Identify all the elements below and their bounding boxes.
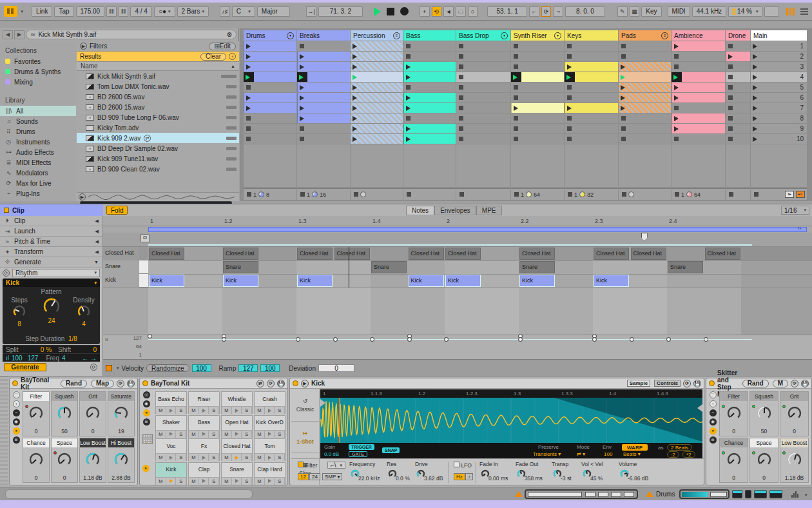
sidebar-item-max-for-live[interactable]: ⟳Max for Live <box>0 178 76 188</box>
device-on-led[interactable] <box>12 380 18 386</box>
clip-play-icon[interactable] <box>246 44 251 49</box>
clip-stop-button[interactable] <box>728 64 733 69</box>
push-warning-icon[interactable] <box>515 491 523 497</box>
clip-stop-button[interactable] <box>674 64 679 69</box>
key-root-menu[interactable]: C▾ <box>232 6 255 17</box>
clip-slot[interactable] <box>672 72 725 82</box>
pad-play-button[interactable] <box>265 478 275 485</box>
param-transp[interactable]: Transp-3 st <box>552 461 580 485</box>
midi-note[interactable]: Closed Hat <box>705 248 740 260</box>
clip-stop-button[interactable] <box>459 137 463 141</box>
macro-knob[interactable] <box>52 405 77 423</box>
side-icon-5[interactable]: ≣ <box>710 436 717 444</box>
preview-play-icon[interactable]: ▶ <box>301 380 309 387</box>
param-drive[interactable]: Drive3.62 dB <box>415 461 446 485</box>
clip-slot[interactable] <box>672 103 725 113</box>
param-volume[interactable]: Volume-6.86 dB <box>619 461 655 485</box>
side-icon-2[interactable]: ● <box>143 409 150 416</box>
macro-knob[interactable] <box>108 405 134 423</box>
clip-stop-button[interactable] <box>459 54 463 59</box>
punch-out-icon[interactable]: ¬ <box>553 6 563 17</box>
clip-slot[interactable] <box>726 62 750 72</box>
macro-squash[interactable]: Squash50 <box>51 391 78 436</box>
pad-mute-button[interactable]: M <box>222 478 232 485</box>
clip-stop-button[interactable] <box>246 116 251 121</box>
velocity-marker[interactable] <box>444 337 449 342</box>
pad-overview-minimap[interactable] <box>142 434 153 444</box>
browser-forward-icon[interactable]: ▶ <box>14 30 24 39</box>
track-header-main[interactable]: Main <box>751 30 807 41</box>
clip-slot[interactable] <box>456 103 510 113</box>
clip-slot[interactable]: 3 <box>751 62 807 72</box>
clip-slot[interactable] <box>351 93 403 103</box>
midi-note[interactable]: Kick <box>223 275 258 287</box>
clip-play-icon[interactable] <box>353 44 357 49</box>
grid-resolution-menu[interactable]: 1/16▾ <box>781 206 809 215</box>
midi-note[interactable]: Closed Hat <box>409 248 444 260</box>
midi-note[interactable]: Snare <box>519 261 555 273</box>
device-display-widget[interactable] <box>679 489 730 499</box>
deviation-field[interactable]: 0 <box>318 364 354 372</box>
instrument-rack-baytonal-title-bar[interactable]: BayTonal KitRandMap⟳💾 <box>10 378 137 389</box>
macro-grit[interactable]: Grit0 <box>79 391 106 436</box>
clip-slot[interactable] <box>565 93 618 103</box>
pad-play-button[interactable] <box>232 407 242 414</box>
sidebar-item-audio-effects[interactable]: ⊶Audio Effects <box>0 147 76 157</box>
pad-solo-button[interactable]: S <box>275 431 285 438</box>
drum-pad-fx[interactable]: FxMS <box>188 438 220 461</box>
side-icon-1[interactable]: ◉ <box>143 400 150 407</box>
pad-play-button[interactable] <box>232 431 242 438</box>
midi-note[interactable]: Closed Hat <box>149 248 184 260</box>
clip-stop-button[interactable] <box>728 116 733 121</box>
clip-stop-button[interactable] <box>459 85 463 90</box>
instrument-rack-skitter-title-bar[interactable]: Skitter and Step Mas...RandM⟳💾 <box>706 378 811 389</box>
lfo-sync-button[interactable]: ♪ <box>465 473 473 480</box>
output-meter-icon[interactable] <box>791 491 798 498</box>
clip-stop-button[interactable] <box>567 126 572 131</box>
beat-ruler[interactable] <box>103 216 812 226</box>
clip-stop-button[interactable] <box>459 95 463 100</box>
drum-pad-shaker[interactable]: ShakerMS <box>155 415 187 438</box>
macro-saturate[interactable]: Saturate19 <box>108 391 135 436</box>
side-icon-5[interactable]: ≣ <box>13 436 20 444</box>
clip-slot[interactable] <box>351 134 403 144</box>
mode-value[interactable]: ⇄ ▾ <box>577 451 585 457</box>
side-icon-3[interactable]: ≣ <box>143 418 150 425</box>
clip-play-icon[interactable] <box>567 106 572 111</box>
session-view-toggle-icon[interactable] <box>786 8 795 15</box>
macro-space[interactable]: Space0 <box>51 438 78 483</box>
clip-play-icon[interactable] <box>674 116 679 121</box>
midi-note[interactable]: Closed Hat <box>297 248 333 260</box>
clip-slot[interactable] <box>351 52 403 61</box>
mode-classic[interactable]: ↺Classic <box>291 389 319 422</box>
clear-results-button[interactable]: Clear <box>200 53 226 61</box>
snap-button[interactable]: SNAP <box>382 447 400 453</box>
pad-play-button[interactable] <box>166 431 177 438</box>
cpu-meter[interactable]: 14 %▾ <box>728 6 762 17</box>
drum-pad-snare[interactable]: SnareMS <box>221 462 253 485</box>
clip-slot[interactable] <box>244 52 296 61</box>
double-tempo-button[interactable]: *2 <box>682 451 695 458</box>
clip-slot[interactable] <box>511 134 564 144</box>
drum-pad-crash[interactable]: CrashMS <box>254 391 285 414</box>
velocity-marker[interactable] <box>704 337 708 342</box>
clip-slot[interactable] <box>619 62 671 72</box>
file-row[interactable]: ››Tom Low DMX Tonic.wav <box>77 81 239 92</box>
clip-slot[interactable] <box>351 41 403 51</box>
clip-slot[interactable]: 6 <box>751 93 807 103</box>
map-mode-button[interactable]: Map <box>91 380 114 387</box>
clip-stop-button[interactable] <box>406 44 411 48</box>
side-icon-3[interactable]: ◉ <box>710 418 717 425</box>
clip-play-icon[interactable] <box>353 85 357 90</box>
loop-bar[interactable] <box>148 227 807 232</box>
clip-slot[interactable]: 2 <box>751 52 807 61</box>
midi-note[interactable]: Closed Hat <box>594 248 629 260</box>
clip-stop-button[interactable] <box>406 54 411 59</box>
pad-mute-button[interactable]: M <box>222 407 232 414</box>
scene-play-icon[interactable] <box>753 75 757 80</box>
clip-slot[interactable] <box>456 113 510 123</box>
clip-slot[interactable] <box>351 113 403 123</box>
file-row[interactable]: ››BD 909 Clean 02.wav <box>77 164 239 174</box>
clip-slot[interactable] <box>726 134 750 144</box>
save-icon[interactable]: 💾 <box>693 380 701 387</box>
